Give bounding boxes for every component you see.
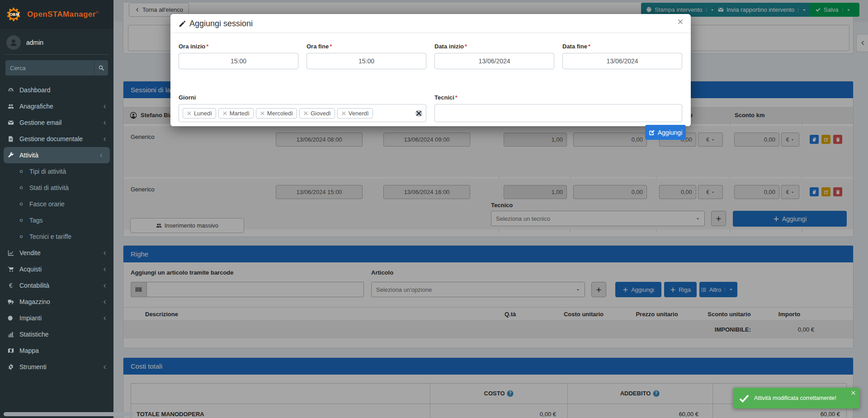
- sidebar-item[interactable]: Magazzino: [0, 294, 113, 310]
- sidebar-item-label: Attività: [19, 152, 38, 159]
- giorni-label: Giorni: [179, 94, 196, 101]
- sidebar: ⚙ OSM OpenSTAManager® admin Dashboard: [0, 0, 113, 418]
- sidebar-item[interactable]: Statistiche: [0, 326, 113, 342]
- sidebar-item-icon: [17, 218, 25, 223]
- giorno-tag[interactable]: Mercoledì: [256, 108, 297, 119]
- sidebar-item[interactable]: Acquisti: [0, 261, 113, 277]
- ora-fine-label: Ora fine: [307, 43, 332, 50]
- sidebar-item[interactable]: Mappa: [0, 342, 113, 359]
- close-icon[interactable]: [677, 19, 684, 25]
- chevron-left-icon: [102, 283, 107, 288]
- sidebar-item[interactable]: Dashboard: [0, 82, 113, 98]
- pencil-square-icon: [649, 129, 655, 136]
- sidebar-item-label: Tags: [29, 217, 43, 224]
- sidebar-item-icon: [6, 266, 15, 272]
- brand-title: OpenSTAManager®: [27, 10, 99, 19]
- sidebar-item-label: Magazzino: [19, 298, 50, 305]
- remove-tag-icon[interactable]: [187, 111, 192, 116]
- avatar: [6, 35, 21, 50]
- sidebar-item[interactable]: Attività: [4, 147, 110, 163]
- toast-message: Attività modificata correttamente!: [754, 395, 836, 401]
- remove-tag-icon[interactable]: [341, 111, 346, 116]
- sidebar-item[interactable]: Strumenti: [0, 359, 113, 375]
- logo[interactable]: ⚙ OSM OpenSTAManager®: [0, 0, 113, 29]
- sidebar-search: [5, 60, 108, 76]
- sidebar-item-label: Anagrafiche: [19, 103, 53, 110]
- sidebar-item-icon: [17, 185, 25, 190]
- modal-title: Aggiungi sessioni: [179, 19, 253, 28]
- sidebar-item-label: Mappa: [19, 347, 39, 354]
- remove-tag-icon[interactable]: [222, 111, 227, 116]
- giorno-tag[interactable]: Venerdì: [337, 108, 373, 119]
- sidebar-item[interactable]: Gestione documentale: [0, 131, 113, 147]
- ora-inizio-input[interactable]: [179, 53, 298, 69]
- sidebar-item-label: Statistiche: [19, 331, 49, 338]
- sidebar-item-label: Impianti: [19, 314, 42, 322]
- sidebar-item[interactable]: Anagrafiche: [0, 98, 113, 114]
- sidebar-item-icon: [6, 315, 15, 321]
- sidebar-item[interactable]: € Contabilità: [0, 277, 113, 294]
- pencil-icon: [179, 20, 186, 28]
- remove-tag-icon[interactable]: [303, 111, 308, 116]
- sidebar-item[interactable]: Tipi di attività: [0, 163, 113, 180]
- sidebar-item-label: Strumenti: [19, 363, 47, 370]
- modal-header: Aggiungi sessioni: [170, 14, 691, 33]
- ora-fine-input[interactable]: [307, 53, 426, 69]
- sidebar-item-icon: [6, 119, 15, 126]
- sidebar-item-icon: [6, 103, 15, 109]
- chevron-left-icon: [102, 137, 107, 142]
- sidebar-item[interactable]: Stati di attività: [0, 180, 113, 196]
- sidebar-item-icon: [6, 364, 15, 370]
- sidebar-item-label: Tipi di attività: [29, 168, 66, 175]
- user-panel: admin: [0, 29, 113, 54]
- remove-tag-icon[interactable]: [260, 111, 265, 116]
- sidebar-item-icon: [6, 331, 15, 337]
- sidebar-item-label: Stati di attività: [29, 184, 69, 191]
- clear-tags-icon[interactable]: [415, 110, 422, 117]
- sidebar-item[interactable]: Tecnici e tariffe: [0, 228, 113, 245]
- sidebar-item-label: Acquisti: [19, 266, 42, 273]
- sidebar-item-icon: [6, 136, 15, 142]
- sidebar-item[interactable]: Impianti: [0, 310, 113, 326]
- modal-aggiungi-button[interactable]: Aggiungi: [645, 125, 686, 140]
- chevron-left-icon: [102, 267, 107, 272]
- giorno-tag[interactable]: Giovedì: [299, 108, 335, 119]
- sidebar-item-icon: [6, 299, 15, 305]
- chevron-left-icon: [102, 104, 107, 109]
- tecnici-input[interactable]: [434, 104, 682, 122]
- sidebar-item[interactable]: Tags: [0, 212, 113, 228]
- app-root: ⚙ OSM OpenSTAManager® admin Dashboard: [0, 0, 868, 418]
- giorno-tag[interactable]: Lunedì: [183, 108, 216, 119]
- giorni-tags-field[interactable]: Lunedì Martedì Mercoledì Giovedì: [179, 104, 426, 122]
- sidebar-item[interactable]: Fasce orarie: [0, 196, 113, 212]
- add-sessions-modal: Aggiungi sessioni Ora inizio Ora fine Da…: [170, 14, 691, 126]
- search-icon[interactable]: [94, 60, 108, 76]
- tecnici-label: Tecnici: [434, 94, 458, 101]
- sidebar-item-label: Dashboard: [19, 86, 51, 94]
- sidebar-item-icon: €: [6, 282, 15, 289]
- sidebar-item-label: Tecnici e tariffe: [29, 233, 71, 240]
- divider: [5, 54, 109, 55]
- giorno-tag[interactable]: Martedì: [218, 108, 254, 119]
- sidebar-item-label: Gestione email: [19, 119, 61, 126]
- close-icon[interactable]: [851, 390, 856, 395]
- sidebar-item-icon: [6, 250, 15, 256]
- chevron-left-icon: [102, 120, 107, 125]
- check-icon: [739, 393, 750, 404]
- sidebar-item[interactable]: Vendite: [0, 245, 113, 261]
- search-input[interactable]: [5, 60, 94, 76]
- horizontal-scrollbar[interactable]: [4, 412, 134, 416]
- success-toast[interactable]: Attività modificata correttamente!: [733, 388, 860, 408]
- sidebar-item[interactable]: Gestione email: [0, 114, 113, 131]
- data-inizio-label: Data inizio: [434, 43, 467, 50]
- data-inizio-input[interactable]: [434, 53, 554, 69]
- osm-gear-icon: ⚙ OSM: [5, 5, 24, 24]
- chevron-left-icon: [99, 153, 104, 158]
- sidebar-item-icon: [6, 347, 15, 354]
- data-fine-label: Data fine: [562, 43, 590, 50]
- sidebar-item-label: Vendite: [19, 249, 41, 256]
- sidebar-item-label: Gestione documentale: [19, 135, 83, 142]
- sidebar-item-icon: [6, 152, 15, 158]
- sidebar-item-label: Fasce orarie: [29, 200, 65, 208]
- data-fine-input[interactable]: [562, 53, 682, 69]
